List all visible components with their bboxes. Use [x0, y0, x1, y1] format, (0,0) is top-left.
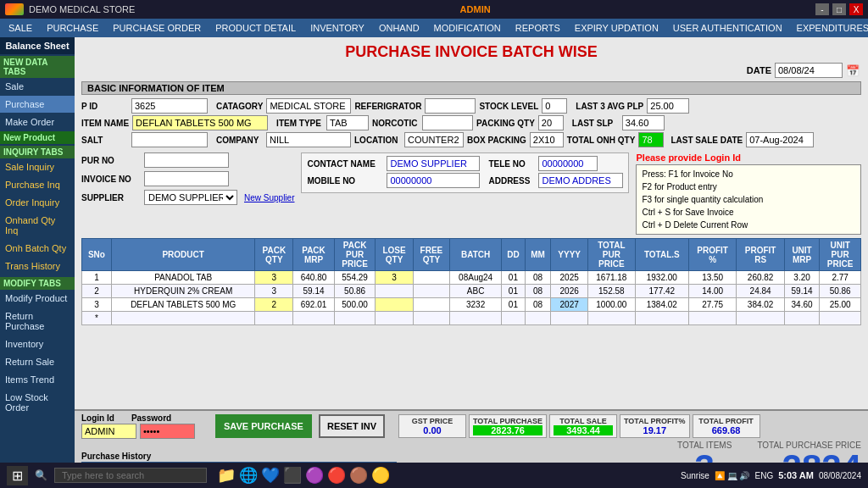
col-total-s: TOTAL.S	[635, 239, 688, 271]
taskbar-icon-terminal[interactable]: ⬛	[283, 466, 302, 485]
cell-free-qty[interactable]	[413, 285, 450, 298]
minimize-button[interactable]: -	[815, 3, 829, 15]
pur-no-input[interactable]	[144, 152, 229, 168]
new-supplier-link[interactable]: New Supplier	[244, 193, 294, 202]
address-input[interactable]: DEMO ADDRES	[538, 173, 623, 188]
item-name-input[interactable]: DEFLAN TABLETS 500 MG	[132, 115, 268, 130]
taskbar-icon-app3[interactable]: 🟤	[349, 466, 368, 485]
cell-dd: 01	[502, 298, 526, 312]
menu-inventory[interactable]: INVENTORY	[303, 21, 371, 35]
title-bar: DEMO MEDICAL STORE ADMIN - □ X	[0, 0, 868, 19]
invoice-no-input[interactable]	[144, 171, 229, 186]
table-row[interactable]: 3 DEFLAN TABLETS 500 MG 2 692.01 500.00 …	[82, 298, 861, 312]
last3avg-input[interactable]: 25.00	[647, 98, 689, 114]
invoice-table-container: SNo PRODUCT PACKQTY PACKMRP PACKPURPRICE…	[81, 238, 861, 408]
pid-input[interactable]: 3625	[131, 98, 208, 114]
taskbar-icon-app1[interactable]: 🟣	[305, 466, 324, 485]
sidebar-item-items-trend[interactable]: Items Trend	[0, 371, 75, 389]
cell-pack-pur-price[interactable]: 554.29	[334, 271, 376, 285]
last-sale-date-input[interactable]: 07-Aug-2024	[746, 132, 814, 147]
taskbar-icon-vscode[interactable]: 💙	[261, 466, 280, 485]
taskbar-icon-app4[interactable]: 🟡	[371, 466, 390, 485]
cell-pack-pur-price[interactable]: 50.86	[334, 285, 376, 298]
stock-level-input[interactable]: 0	[542, 98, 567, 114]
password-input[interactable]	[140, 424, 195, 439]
narcotic-input[interactable]	[422, 115, 473, 130]
taskbar-search[interactable]	[54, 468, 207, 483]
total-profit-value: 669.68	[697, 425, 756, 435]
menu-modification[interactable]: MODIFICATION	[427, 21, 508, 35]
menu-purchase[interactable]: PURCHASE	[40, 21, 105, 35]
salt-input[interactable]	[131, 132, 208, 147]
packing-qty-input[interactable]: 20	[538, 115, 564, 130]
cell-lose-qty[interactable]: 3	[376, 271, 413, 285]
sidebar-item-purchase[interactable]: Purchase	[0, 96, 75, 114]
cell-pack-mrp[interactable]: 692.01	[293, 298, 335, 312]
cell-total-s: 1932.00	[635, 271, 688, 285]
contact-name-input[interactable]: DEMO SUPPLIER	[387, 156, 480, 171]
login-id-input[interactable]: ADMIN	[81, 424, 136, 439]
sidebar-item-make-order[interactable]: Make Order	[0, 114, 75, 131]
last-slp-input[interactable]: 34.60	[622, 115, 665, 130]
reset-inv-button[interactable]: RESET INV	[319, 414, 385, 438]
close-button[interactable]: X	[849, 3, 863, 15]
cell-pack-qty[interactable]: 3	[255, 271, 293, 285]
cell-product: DEFLAN TABLETS 500 MG	[111, 298, 255, 312]
cell-pack-qty[interactable]: 2	[255, 298, 293, 312]
menu-sale[interactable]: SALE	[2, 21, 39, 35]
total-onh-input[interactable]: 78	[638, 132, 664, 147]
save-purchase-button[interactable]: SAVE PURCHASE	[215, 414, 312, 438]
cell-pack-mrp[interactable]: 640.80	[293, 271, 335, 285]
system-tray-icons: 🔼 💻 🔊	[715, 471, 750, 480]
sidebar-item-purchase-inq[interactable]: Purchase Inq	[0, 176, 75, 194]
col-pack-mrp: PACKMRP	[293, 239, 335, 271]
maximize-button[interactable]: □	[832, 3, 846, 15]
menu-user-auth[interactable]: USER AUTHENTICATION	[666, 21, 789, 35]
cell-free-qty[interactable]	[413, 271, 450, 285]
date-input[interactable]: 08/08/24	[775, 63, 843, 78]
company-input[interactable]: NILL	[266, 132, 351, 147]
empty-row[interactable]: *	[82, 312, 861, 325]
taskbar-icon-chrome[interactable]: 🌐	[239, 466, 258, 485]
sidebar-item-onh-batch-qty[interactable]: Onh Batch Qty	[0, 240, 75, 258]
table-row[interactable]: 2 HYDERQUIN 2% CREAM 3 59.14 50.86 ABC 0…	[82, 285, 861, 298]
menu-product-detail[interactable]: PRODUCT DETAIL	[209, 21, 303, 35]
cell-lose-qty[interactable]	[376, 298, 413, 312]
taskbar-icon-app2[interactable]: 🔴	[327, 466, 346, 485]
cell-pack-pur-price[interactable]: 500.00	[334, 298, 376, 312]
taskbar-icon-explorer[interactable]: 📁	[217, 466, 236, 485]
sidebar-item-return-sale[interactable]: Return Sale	[0, 353, 75, 371]
cell-batch: ABC	[450, 285, 502, 298]
cell-pack-qty[interactable]: 3	[255, 285, 293, 298]
sidebar-item-sale-inquiry[interactable]: Sale Inquiry	[0, 158, 75, 176]
sidebar-item-inventory[interactable]: Inventory	[0, 336, 75, 353]
press-info: Press: F1 for Invoice No F2 for Product …	[636, 164, 861, 235]
date-row: DATE 08/08/24 📅	[75, 63, 868, 80]
sidebar-item-trans-history[interactable]: Trans History	[0, 258, 75, 275]
supplier-select[interactable]: DEMO SUPPLIER	[144, 190, 237, 205]
location-input[interactable]: COUNTER2	[404, 132, 464, 147]
start-button[interactable]: ⊞	[7, 466, 28, 485]
menu-reports[interactable]: REPORTS	[509, 21, 567, 35]
sidebar-item-onhand-qty-inq[interactable]: Onhand Qty Inq	[0, 212, 75, 240]
calendar-icon[interactable]: 📅	[846, 64, 860, 77]
sidebar-item-low-stock-order[interactable]: Low Stock Order	[0, 389, 75, 417]
tele-no-input[interactable]: 00000000	[538, 156, 598, 171]
menu-expenditures[interactable]: EXPENDITURES	[790, 21, 868, 35]
menu-onhand[interactable]: ONHAND	[372, 21, 426, 35]
box-packing-input[interactable]: 2X10	[530, 132, 564, 147]
mobile-no-input[interactable]: 00000000	[387, 173, 480, 188]
menu-purchase-order[interactable]: PURCHASE ORDER	[106, 21, 208, 35]
sidebar-item-return-purchase[interactable]: Return Purchase	[0, 308, 75, 336]
refrigerator-input[interactable]	[425, 98, 476, 114]
item-type-input[interactable]: TAB	[326, 115, 369, 130]
table-row[interactable]: 1 PANADOL TAB 3 640.80 554.29 3 08Aug24 …	[82, 271, 861, 285]
cell-pack-mrp[interactable]: 59.14	[293, 285, 335, 298]
cell-lose-qty[interactable]	[376, 285, 413, 298]
category-input[interactable]: MEDICAL STORE	[266, 98, 351, 114]
sidebar-item-sale[interactable]: Sale	[0, 78, 75, 96]
sidebar-item-order-inquiry[interactable]: Order Inquiry	[0, 194, 75, 212]
cell-free-qty[interactable]	[413, 298, 450, 312]
sidebar-item-modify-product[interactable]: Modify Product	[0, 290, 75, 308]
menu-expiry-updation[interactable]: EXPIRY UPDATION	[568, 21, 665, 35]
